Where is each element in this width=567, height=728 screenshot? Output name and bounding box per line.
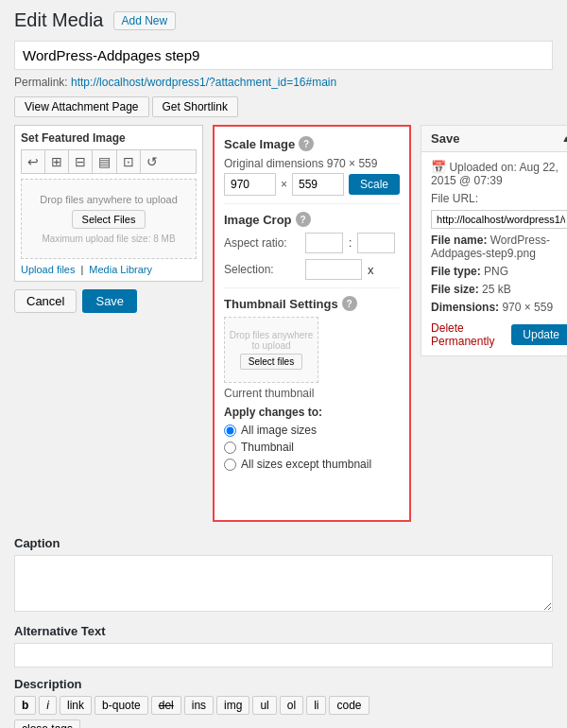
permalink-tabs: View Attachment Page Get Shortlink [14, 96, 553, 117]
delete-update-row: Delete Permanently Update [431, 321, 567, 348]
radio-all-sizes-input[interactable] [224, 425, 236, 437]
file-type-value: PNG [484, 265, 508, 278]
scale-image-title: Scale Image ? [224, 136, 400, 151]
radio-all-except-label: All sizes except thumbnail [241, 458, 371, 471]
ratio-width-input[interactable] [305, 233, 343, 253]
upload-files-link[interactable]: Upload files [21, 264, 75, 275]
select-files-button[interactable]: Select Files [72, 210, 146, 229]
permalink-label: Permalink: [14, 76, 68, 89]
drop-text: Drop files anywhere to upload [26, 194, 191, 205]
description-toolbar: b i link b-quote del ins img ul ol li co… [14, 696, 553, 715]
close-tags-button[interactable]: close tags [14, 719, 80, 728]
height-input[interactable] [292, 173, 344, 196]
radio-all-except: All sizes except thumbnail [224, 458, 400, 471]
page-header: Edit Media Add New [14, 9, 553, 31]
radio-all-except-input[interactable] [224, 459, 236, 471]
dimensions-row: × Scale [224, 173, 400, 196]
radio-thumbnail-input[interactable] [224, 442, 236, 454]
get-shortlink-tab[interactable]: Get Shortlink [152, 96, 238, 117]
file-url-input[interactable] [431, 210, 567, 229]
desc-btn-img[interactable]: img [216, 696, 249, 715]
update-button[interactable]: Update [511, 324, 567, 345]
ratio-colon: : [349, 236, 352, 250]
selection-input[interactable] [305, 259, 362, 280]
desc-btn-link[interactable]: link [60, 696, 92, 715]
caption-label: Caption [14, 536, 553, 550]
file-type-label: File type: [431, 265, 481, 278]
dimensions-value: 970 × 559 [502, 301, 553, 314]
file-size-label: File size: [431, 283, 479, 296]
max-upload-text: Maximum upload file size: 8 MB [26, 234, 191, 244]
desc-btn-ol[interactable]: ol [280, 696, 303, 715]
toolbar-btn-4[interactable]: ▤ [93, 150, 117, 173]
dimensions-row-right: Dimensions: 970 × 559 [431, 301, 567, 314]
file-type-row: File type: PNG [431, 265, 567, 278]
file-name-label: File name: [431, 234, 487, 247]
permalink-row: Permalink: http://localhost/wordpress1/?… [14, 76, 553, 89]
cancel-button[interactable]: Cancel [14, 289, 77, 313]
thumbnail-settings-title: Thumbnail Settings ? [224, 296, 400, 311]
upload-links: Upload files | Media Library [21, 264, 197, 275]
aspect-ratio-row: Aspect ratio: : [224, 233, 400, 253]
save-button-left[interactable]: Save [82, 289, 137, 313]
desc-btn-b[interactable]: b [14, 696, 36, 715]
delete-permanently-link[interactable]: Delete Permanently [431, 321, 511, 348]
bottom-section: Caption Alternative Text Description b i… [14, 536, 553, 728]
featured-image-title: Set Featured Image [21, 131, 197, 145]
alt-text-label: Alternative Text [14, 624, 553, 638]
desc-btn-i[interactable]: i [39, 696, 57, 715]
aspect-ratio-label: Aspect ratio: [224, 236, 300, 250]
main-content: Set Featured Image ↩ ⊞ ⊟ ▤ ⊡ ↺ Drop file… [14, 125, 553, 522]
desc-btn-bquote[interactable]: b-quote [94, 696, 148, 715]
upload-toolbar: ↩ ⊞ ⊟ ▤ ⊡ ↺ [21, 149, 197, 174]
add-new-button[interactable]: Add New [113, 11, 177, 30]
thumbnail-help-icon[interactable]: ? [342, 296, 357, 311]
thumbnail-preview: Drop files anywhere to upload Select fil… [224, 317, 318, 383]
desc-btn-li[interactable]: li [306, 696, 326, 715]
save-box: Save ▲ 📅 Uploaded on: Aug 22, 2015 @ 07:… [421, 125, 567, 356]
description-label: Description [14, 677, 553, 691]
toolbar-btn-1[interactable]: ↩ [22, 150, 45, 173]
desc-btn-del[interactable]: del [151, 696, 181, 715]
left-panel: Set Featured Image ↩ ⊞ ⊟ ▤ ⊡ ↺ Drop file… [14, 125, 203, 522]
file-url-label-row: File URL: [431, 192, 567, 205]
upload-drop-area: Drop files anywhere to upload Select Fil… [21, 179, 197, 259]
file-size-value: 25 kB [482, 283, 511, 296]
uploaded-on-row: 📅 Uploaded on: Aug 22, 2015 @ 07:39 [431, 160, 567, 187]
toolbar-btn-2[interactable]: ⊞ [45, 150, 69, 173]
view-attachment-tab[interactable]: View Attachment Page [14, 96, 149, 117]
save-box-title: Save [431, 131, 459, 146]
page-title: Edit Media [14, 9, 104, 31]
selection-row: Selection: x [224, 259, 400, 280]
toolbar-btn-3[interactable]: ⊟ [69, 150, 93, 173]
media-library-link[interactable]: Media Library [89, 264, 152, 275]
desc-btn-code[interactable]: code [329, 696, 369, 715]
scale-help-icon[interactable]: ? [299, 136, 314, 151]
toolbar-btn-6[interactable]: ↺ [141, 150, 163, 173]
toolbar-btn-5[interactable]: ⊡ [117, 150, 141, 173]
thumbnail-settings-section: Thumbnail Settings ? Drop files anywhere… [224, 296, 400, 471]
media-title-input[interactable] [14, 41, 553, 70]
thumb-drop-text: Drop files anywhere to upload [225, 330, 318, 351]
thumb-select-button[interactable]: Select files [240, 354, 302, 370]
calendar-icon: 📅 [431, 160, 446, 174]
desc-btn-ul[interactable]: ul [252, 696, 276, 715]
alt-text-input[interactable] [14, 643, 553, 667]
permalink-link[interactable]: http://localhost/wordpress1/?attachment_… [71, 76, 336, 89]
file-size-row: File size: 25 kB [431, 283, 567, 296]
width-input[interactable] [224, 173, 276, 196]
current-thumbnail-label: Current thumbnail [224, 387, 400, 400]
right-panel: Save ▲ 📅 Uploaded on: Aug 22, 2015 @ 07:… [421, 125, 567, 522]
featured-image-box: Set Featured Image ↩ ⊞ ⊟ ▤ ⊡ ↺ Drop file… [14, 125, 203, 282]
ratio-height-input[interactable] [357, 233, 395, 253]
x-separator: × [281, 178, 287, 191]
desc-btn-ins[interactable]: ins [184, 696, 214, 715]
save-chevron-icon: ▲ [561, 133, 567, 144]
middle-panel: Scale Image ? Original dimensions 970 × … [213, 125, 411, 522]
caption-textarea[interactable] [14, 555, 553, 612]
crop-help-icon[interactable]: ? [296, 212, 311, 227]
radio-all-sizes: All image sizes [224, 424, 400, 437]
selection-x: x [368, 263, 374, 277]
scale-button[interactable]: Scale [349, 174, 400, 195]
dimensions-label: Dimensions: [431, 301, 499, 314]
